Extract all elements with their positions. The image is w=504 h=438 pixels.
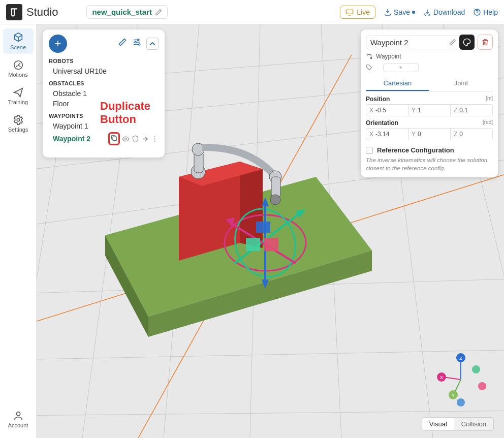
- orientation-unit: [rad]: [483, 119, 493, 127]
- nav-scene[interactable]: Scene: [3, 28, 34, 54]
- app-name: Studio: [26, 6, 58, 19]
- position-unit: [m]: [486, 96, 493, 103]
- svg-rect-31: [271, 177, 280, 197]
- svg-text:Y: Y: [452, 393, 455, 398]
- ref-config-desc: The inverse kinematics will choose the s…: [366, 156, 493, 172]
- svg-point-50: [154, 136, 155, 137]
- orientation-label: Orientation: [366, 119, 398, 127]
- position-input[interactable]: X-0.5 Y1 Z0.1: [366, 104, 493, 116]
- ref-config-row[interactable]: Reference Configuration: [366, 146, 493, 154]
- svg-point-64: [472, 365, 480, 373]
- tree-item-robot[interactable]: Universal UR10e: [49, 66, 159, 76]
- position-label: Position: [366, 96, 390, 103]
- user-icon: [13, 410, 24, 421]
- nav-motions[interactable]: Motions: [3, 56, 34, 81]
- shield-icon[interactable]: [132, 135, 139, 143]
- help-button[interactable]: Help: [473, 8, 498, 16]
- tree-item-obstacle1[interactable]: Obstacle 1: [49, 88, 159, 99]
- svg-text:X: X: [440, 375, 443, 380]
- svg-point-45: [138, 39, 139, 41]
- waypoint-icon: [366, 53, 373, 60]
- nav-account[interactable]: Account: [3, 406, 34, 432]
- orientation-gizmo[interactable]: Z X Y: [433, 352, 489, 408]
- svg-rect-0: [346, 10, 353, 14]
- nav-training[interactable]: Training: [3, 83, 34, 109]
- project-name-field[interactable]: new_quick_start: [86, 5, 168, 19]
- annotation-label: Duplicate Button: [100, 100, 150, 127]
- svg-point-52: [154, 140, 155, 141]
- svg-rect-44: [264, 238, 278, 251]
- properties-panel: Waypoint 2 Waypoint + Cartesian Joint Po…: [361, 29, 498, 177]
- edit-icon: [155, 9, 162, 16]
- app-header: Studio new_quick_start Live Save Downloa…: [0, 0, 504, 24]
- svg-rect-48: [113, 137, 117, 141]
- svg-point-51: [154, 138, 155, 139]
- tab-cartesian[interactable]: Cartesian: [366, 76, 429, 91]
- header-actions: Live Save Download Help: [340, 6, 498, 19]
- duplicate-button[interactable]: [108, 132, 120, 145]
- live-button[interactable]: Live: [340, 6, 375, 19]
- svg-point-32: [270, 195, 280, 205]
- tab-joint[interactable]: Joint: [429, 76, 493, 91]
- svg-point-66: [457, 398, 465, 406]
- logo: Studio: [6, 4, 58, 20]
- svg-point-54: [370, 57, 371, 58]
- monitor-icon: [345, 9, 354, 16]
- cube-icon: [13, 32, 24, 43]
- toggle-visual[interactable]: Visual: [422, 418, 454, 430]
- svg-point-65: [478, 382, 486, 390]
- robots-heading: ROBOTS: [49, 58, 159, 64]
- svg-point-3: [17, 118, 20, 121]
- tree-item-waypoint2[interactable]: Waypoint 2: [49, 131, 159, 146]
- save-button[interactable]: Save: [384, 8, 415, 16]
- collapse-button[interactable]: [146, 38, 159, 50]
- chevron-up-icon: [148, 39, 157, 48]
- paper-plane-icon: [13, 87, 24, 98]
- object-name-field[interactable]: Waypoint 2: [366, 36, 461, 49]
- svg-text:Z: Z: [459, 356, 462, 361]
- view-mode-toggle: Visual Collision: [422, 417, 494, 431]
- scene-tree-panel: + ROBOTS Universal UR10e OBSTACLES Obsta…: [43, 29, 165, 158]
- help-icon: [473, 8, 481, 16]
- unsaved-indicator: [412, 11, 415, 14]
- sliders-icon[interactable]: [132, 38, 141, 47]
- svg-point-46: [135, 42, 136, 43]
- project-name: new_quick_start: [92, 8, 152, 16]
- trash-icon: [481, 38, 489, 46]
- logo-icon: [6, 4, 22, 20]
- svg-point-49: [125, 138, 127, 140]
- svg-rect-43: [246, 238, 260, 251]
- tag-icon: [366, 64, 373, 71]
- viewport-3d[interactable]: + ROBOTS Universal UR10e OBSTACLES Obsta…: [37, 24, 504, 438]
- gear-icon: [13, 114, 24, 126]
- eye-icon[interactable]: [122, 135, 130, 143]
- obstacles-heading: OBSTACLES: [49, 80, 159, 86]
- goto-arrow-icon[interactable]: [141, 135, 149, 143]
- coord-tabs: Cartesian Joint: [366, 76, 493, 91]
- ref-config-checkbox[interactable]: [366, 147, 373, 154]
- left-sidebar: Scene Motions Training Settings Account: [0, 24, 37, 438]
- more-icon[interactable]: [151, 135, 159, 143]
- svg-point-4: [16, 412, 20, 416]
- orientation-input[interactable]: X-3.14 Y0 Z0: [366, 128, 493, 140]
- toggle-collision[interactable]: Collision: [454, 418, 493, 430]
- svg-line-11: [37, 411, 504, 416]
- svg-point-47: [139, 44, 140, 45]
- svg-rect-42: [256, 222, 270, 233]
- download-icon: [423, 8, 431, 16]
- add-button[interactable]: +: [49, 35, 67, 53]
- gauge-icon: [13, 59, 24, 71]
- paint-icon: [463, 38, 471, 46]
- nav-settings[interactable]: Settings: [3, 111, 34, 136]
- delete-button[interactable]: [478, 35, 493, 50]
- edit-icon[interactable]: [449, 39, 456, 46]
- ruler-icon[interactable]: [118, 38, 127, 47]
- tag-input[interactable]: +: [383, 63, 419, 72]
- object-type: Waypoint: [366, 53, 493, 60]
- svg-point-53: [367, 54, 368, 55]
- save-icon: [384, 8, 392, 16]
- download-button[interactable]: Download: [423, 8, 465, 16]
- color-button[interactable]: [459, 35, 475, 50]
- duplicate-icon: [110, 134, 118, 142]
